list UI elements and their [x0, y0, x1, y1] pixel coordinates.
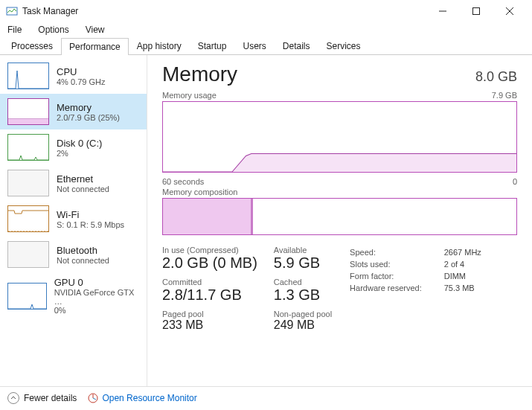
available-value: 5.9 GB	[274, 254, 332, 272]
comp-inuse-segment	[163, 199, 251, 234]
committed-label: Committed	[162, 278, 257, 286]
tab-strip: Processes Performance App history Startu…	[0, 37, 532, 55]
ethernet-thumb-icon	[7, 170, 49, 196]
sidebar-item-sub: Not connected	[57, 256, 109, 265]
svg-line-9	[93, 398, 96, 400]
svg-rect-2	[472, 8, 479, 15]
app-icon	[6, 5, 18, 17]
usage-label: Memory usage	[162, 91, 217, 100]
sidebar-item-sub: S: 0.1 R: 5.9 Mbps	[57, 220, 124, 229]
sidebar-item-ethernet[interactable]: Ethernet Not connected	[0, 165, 147, 201]
sidebar-item-title: Memory	[57, 102, 120, 113]
title-bar: Task Manager	[0, 0, 532, 22]
stats-row: In use (Compressed) 2.0 GB (0 MB) Commit…	[162, 246, 517, 336]
paged-value: 233 MB	[162, 318, 257, 332]
sidebar-item-disk[interactable]: Disk 0 (C:) 2%	[0, 129, 147, 165]
main-panel: Memory 8.0 GB Memory usage7.9 GB 60 seco…	[147, 55, 532, 386]
form-key: Form factor:	[350, 271, 443, 281]
tab-services[interactable]: Services	[318, 37, 369, 54]
menu-bar: File Options View	[0, 22, 532, 37]
memory-composition-graph[interactable]	[162, 198, 517, 235]
page-title: Memory	[162, 63, 237, 86]
sidebar-item-memory[interactable]: Memory 2.0/7.9 GB (25%)	[0, 94, 147, 129]
inuse-value: 2.0 GB (0 MB)	[162, 254, 257, 272]
wifi-thumb-icon	[7, 205, 49, 232]
fewer-details-button[interactable]: Fewer details	[7, 392, 77, 404]
open-resource-monitor-label: Open Resource Monitor	[102, 393, 196, 403]
minimize-button[interactable]	[426, 0, 459, 22]
usage-max: 7.9 GB	[492, 91, 517, 100]
sidebar-item-sub: NVIDIA GeForce GTX …	[54, 288, 139, 306]
memory-usage-graph[interactable]	[162, 101, 517, 173]
sidebar-item-text: Wi-Fi S: 0.1 R: 5.9 Mbps	[57, 209, 124, 229]
slots-value: 2 of 4	[444, 259, 481, 269]
hwres-key: Hardware reserved:	[350, 283, 443, 293]
sidebar-item-sub: 4% 0.79 GHz	[57, 77, 105, 86]
close-button[interactable]	[493, 0, 526, 22]
committed-value: 2.8/11.7 GB	[162, 286, 257, 304]
form-value: DIMM	[444, 271, 481, 281]
sidebar-item-text: Bluetooth Not connected	[57, 245, 109, 265]
svg-line-3	[506, 7, 513, 15]
sidebar: CPU 4% 0.79 GHz Memory 2.0/7.9 GB (25%) …	[0, 55, 147, 386]
sidebar-item-text: Ethernet Not connected	[57, 173, 109, 193]
sidebar-item-text: GPU 0 NVIDIA GeForce GTX … 0%	[54, 277, 139, 315]
sidebar-item-title: GPU 0	[54, 277, 139, 288]
menu-options[interactable]: Options	[35, 23, 71, 36]
sidebar-item-bluetooth[interactable]: Bluetooth Not connected	[0, 237, 147, 272]
cached-value: 1.3 GB	[274, 286, 332, 304]
memory-capacity: 8.0 GB	[475, 69, 517, 85]
chevron-up-icon	[7, 392, 19, 404]
sidebar-item-cpu[interactable]: CPU 4% 0.79 GHz	[0, 58, 147, 94]
disk-thumb-icon	[7, 134, 49, 161]
cpu-thumb-icon	[7, 63, 49, 89]
footer: Fewer details Open Resource Monitor	[0, 386, 532, 409]
window-title: Task Manager	[22, 6, 426, 16]
svg-line-4	[506, 7, 513, 15]
sidebar-item-text: Disk 0 (C:) 2%	[57, 138, 102, 158]
tab-startup[interactable]: Startup	[190, 37, 235, 54]
sidebar-item-title: Bluetooth	[57, 245, 109, 256]
sidebar-item-gpu[interactable]: GPU 0 NVIDIA GeForce GTX … 0%	[0, 272, 147, 319]
hwres-value: 75.3 MB	[444, 283, 481, 293]
maximize-button[interactable]	[459, 0, 493, 22]
menu-file[interactable]: File	[4, 23, 25, 36]
tab-processes[interactable]: Processes	[3, 37, 61, 54]
time-left: 60 seconds	[162, 177, 204, 186]
composition-label: Memory composition	[162, 188, 237, 196]
tab-performance[interactable]: Performance	[61, 38, 129, 55]
sidebar-item-title: Ethernet	[57, 173, 109, 185]
svg-rect-0	[7, 7, 17, 15]
memory-thumb-icon	[7, 98, 49, 125]
resource-monitor-icon	[87, 392, 99, 404]
gpu-thumb-icon	[7, 283, 47, 310]
paged-label: Paged pool	[162, 310, 257, 318]
sidebar-item-title: CPU	[57, 66, 105, 77]
sidebar-item-sub: Not connected	[57, 185, 109, 193]
sidebar-item-sub: 2.0/7.9 GB (25%)	[57, 113, 120, 122]
memory-spec-table: Speed:2667 MHz Slots used:2 of 4 Form fa…	[348, 246, 483, 295]
bluetooth-thumb-icon	[7, 241, 49, 268]
tab-apphistory[interactable]: App history	[129, 37, 190, 54]
svg-rect-5	[8, 119, 49, 125]
tab-users[interactable]: Users	[234, 37, 274, 54]
sidebar-item-text: Memory 2.0/7.9 GB (25%)	[57, 102, 120, 122]
tab-details[interactable]: Details	[275, 37, 318, 54]
comp-divider	[251, 199, 253, 234]
sidebar-item-title: Disk 0 (C:)	[57, 138, 102, 149]
available-label: Available	[274, 246, 332, 254]
sidebar-item-sub2: 0%	[54, 306, 139, 315]
nonpaged-value: 249 MB	[274, 318, 332, 332]
open-resource-monitor-link[interactable]: Open Resource Monitor	[87, 392, 196, 404]
sidebar-item-wifi[interactable]: Wi-Fi S: 0.1 R: 5.9 Mbps	[0, 201, 147, 237]
nonpaged-label: Non-paged pool	[274, 310, 332, 318]
time-right: 0	[513, 177, 517, 186]
sidebar-item-text: CPU 4% 0.79 GHz	[57, 66, 105, 86]
content: CPU 4% 0.79 GHz Memory 2.0/7.9 GB (25%) …	[0, 55, 532, 386]
speed-key: Speed:	[350, 247, 443, 257]
sidebar-item-title: Wi-Fi	[57, 209, 124, 220]
menu-view[interactable]: View	[83, 23, 108, 36]
speed-value: 2667 MHz	[444, 247, 481, 257]
slots-key: Slots used:	[350, 259, 443, 269]
sidebar-item-sub: 2%	[57, 149, 102, 158]
